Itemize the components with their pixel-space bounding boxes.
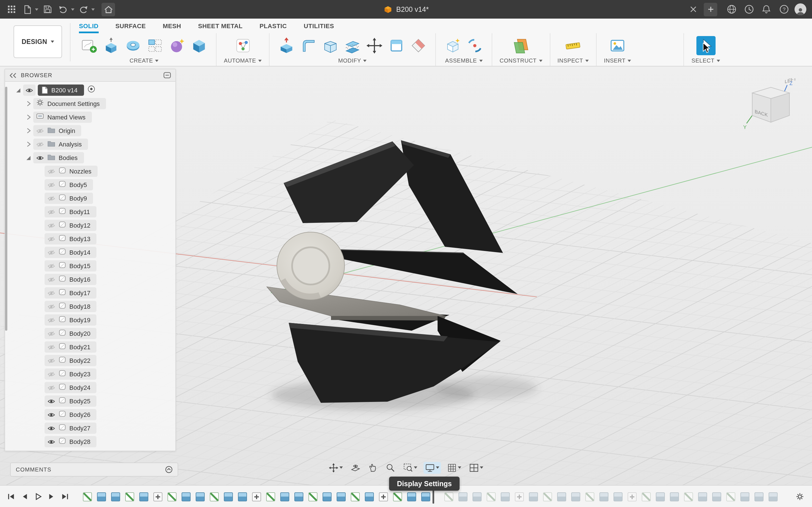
fit-button[interactable]	[402, 462, 419, 473]
timeline-feature-extrude[interactable]	[407, 492, 416, 501]
browser-body-row[interactable]: Body25	[5, 394, 175, 408]
chevron-down-icon[interactable]	[480, 466, 483, 469]
timeline-feature-extrude[interactable]	[472, 492, 481, 501]
viewports-button[interactable]	[467, 462, 485, 473]
help-icon[interactable]: ?	[777, 3, 791, 16]
timeline-feature-extrude[interactable]	[365, 492, 374, 501]
timeline-feature-extrude[interactable]	[698, 492, 707, 501]
browser-item-analysis[interactable]: Analysis	[5, 137, 175, 151]
browser-body-row[interactable]: Body21	[5, 340, 175, 354]
timeline-feature-extrude[interactable]	[280, 492, 289, 501]
look-at-button[interactable]	[349, 462, 362, 473]
tab-sheet-metal[interactable]: SHEET METAL	[198, 18, 243, 32]
group-insert-menu[interactable]: INSERT	[604, 57, 631, 64]
timeline-feature-sketch[interactable]	[351, 492, 360, 501]
visibility-eye-icon[interactable]	[47, 195, 55, 202]
timeline-feature-sketch[interactable]	[393, 492, 402, 501]
visibility-eye-icon[interactable]	[47, 439, 55, 445]
browser-item-named-views[interactable]: Named Views	[5, 110, 175, 124]
grid-and-snaps-button[interactable]	[446, 462, 463, 473]
browser-body-row[interactable]: Body13	[5, 232, 175, 245]
timeline-feature-extrude[interactable]	[238, 492, 247, 501]
timeline-feature-extrude[interactable]	[139, 492, 148, 501]
revolve-button[interactable]	[123, 36, 143, 55]
timeline-feature-move[interactable]	[379, 492, 388, 501]
view-cube[interactable]: Z Y BACK LEFT	[740, 78, 802, 132]
visibility-eye-icon[interactable]	[47, 385, 55, 391]
timeline-feature-extrude[interactable]	[613, 492, 622, 501]
timeline-feature-extrude[interactable]	[769, 492, 777, 501]
construct-plane-button[interactable]	[511, 36, 530, 55]
visibility-eye-icon[interactable]	[36, 155, 44, 161]
tab-utilities[interactable]: UTILITIES	[304, 18, 334, 32]
joint-button[interactable]	[465, 36, 485, 55]
expand-comments-icon[interactable]	[165, 466, 172, 473]
visibility-eye-icon[interactable]	[47, 357, 55, 363]
notifications-bell-icon[interactable]	[760, 3, 773, 16]
visibility-eye-icon[interactable]	[47, 276, 55, 283]
expand-arrow-icon[interactable]	[26, 114, 32, 120]
browser-body-row[interactable]: Body14	[5, 245, 175, 259]
timeline-feature-extrude[interactable]	[599, 492, 608, 501]
file-menu-caret-icon[interactable]	[35, 8, 38, 10]
timeline-feature-sketch[interactable]	[684, 492, 693, 501]
fillet-button[interactable]	[299, 36, 318, 55]
browser-body-row[interactable]: Body28	[5, 435, 175, 448]
select-button[interactable]	[696, 36, 715, 55]
delete-button[interactable]	[409, 36, 428, 55]
zoom-button[interactable]	[384, 462, 397, 473]
visibility-eye-icon[interactable]	[47, 290, 55, 296]
root-component-pill[interactable]: B200 v14	[38, 84, 84, 96]
timeline-feature-extrude[interactable]	[111, 492, 120, 501]
browser-body-row[interactable]: Body15	[5, 259, 175, 273]
pattern-button[interactable]	[146, 36, 165, 55]
visibility-eye-icon[interactable]	[47, 236, 55, 242]
timeline-feature-extrude[interactable]	[322, 492, 332, 501]
visibility-eye-icon[interactable]	[26, 87, 33, 93]
collapse-browser-icon[interactable]	[10, 70, 16, 80]
shell-button[interactable]	[321, 36, 340, 55]
timeline-feature-extrude[interactable]	[182, 492, 191, 501]
expand-arrow-icon[interactable]	[26, 155, 32, 161]
visibility-eye-icon[interactable]	[47, 411, 55, 418]
timeline-feature-sketch[interactable]	[83, 492, 92, 501]
timeline-feature-extrude[interactable]	[458, 492, 467, 501]
press-pull-button[interactable]	[277, 36, 296, 55]
visibility-eye-icon[interactable]	[47, 330, 55, 337]
chevron-down-icon[interactable]	[436, 466, 439, 469]
tab-surface[interactable]: SURFACE	[115, 18, 146, 32]
chevron-down-icon[interactable]	[414, 466, 417, 469]
timeline-feature-move[interactable]	[153, 492, 162, 501]
tab-plastic[interactable]: PLASTIC	[259, 18, 287, 32]
timeline-feature-sketch[interactable]	[642, 492, 651, 501]
timeline-feature-sketch[interactable]	[726, 492, 735, 501]
undo-caret-icon[interactable]	[71, 8, 74, 10]
group-modify-menu[interactable]: MODIFY	[338, 57, 366, 64]
visibility-eye-icon[interactable]	[47, 317, 55, 323]
timeline-feature-extrude[interactable]	[670, 492, 679, 501]
timeline-feature-sketch[interactable]	[487, 492, 496, 501]
browser-item-document-settings[interactable]: Document Settings	[5, 97, 175, 110]
jump-to-end-button[interactable]	[61, 492, 69, 501]
form-button[interactable]	[167, 36, 187, 55]
step-back-button[interactable]	[20, 492, 29, 501]
automate-button[interactable]	[233, 36, 252, 55]
comments-bar[interactable]: COMMENTS	[10, 462, 178, 476]
browser-scrollbar[interactable]	[5, 87, 7, 331]
browser-root-row[interactable]: B200 v14	[5, 83, 175, 97]
display-settings-button[interactable]	[423, 462, 441, 473]
timeline-feature-extrude[interactable]	[571, 492, 580, 501]
browser-body-row[interactable]: Body19	[5, 313, 175, 327]
timeline-feature-sketch[interactable]	[266, 492, 275, 501]
play-button[interactable]	[34, 492, 42, 501]
browser-body-row[interactable]: Body5	[5, 178, 175, 191]
browser-item-bodies[interactable]: Bodies	[5, 151, 175, 165]
workspace-switcher[interactable]: DESIGN	[13, 25, 62, 58]
home-button[interactable]	[101, 3, 115, 16]
expand-arrow-icon[interactable]	[26, 128, 32, 134]
timeline-feature-sketch[interactable]	[125, 492, 134, 501]
offset-face-button[interactable]	[343, 36, 362, 55]
visibility-eye-icon[interactable]	[47, 425, 55, 431]
timeline-feature-move[interactable]	[515, 492, 524, 501]
browser-body-row[interactable]: Body18	[5, 300, 175, 313]
